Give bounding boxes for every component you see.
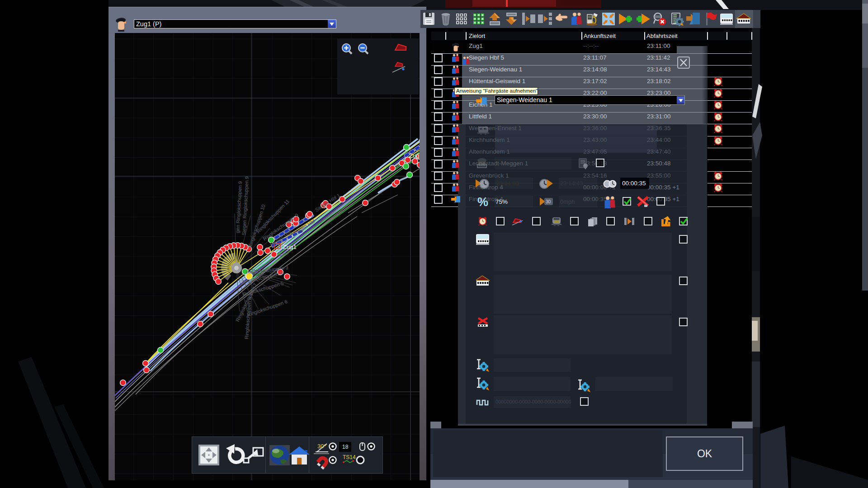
svg-text:Zug1: Zug1 — [283, 244, 297, 250]
svg-text:30°: 30° — [317, 443, 326, 450]
svg-text:Zug: Zug — [409, 152, 419, 159]
svg-text:TS14: TS14 — [343, 454, 356, 460]
svg-text:18: 18 — [342, 444, 349, 450]
svg-text:30: 30 — [546, 199, 551, 204]
